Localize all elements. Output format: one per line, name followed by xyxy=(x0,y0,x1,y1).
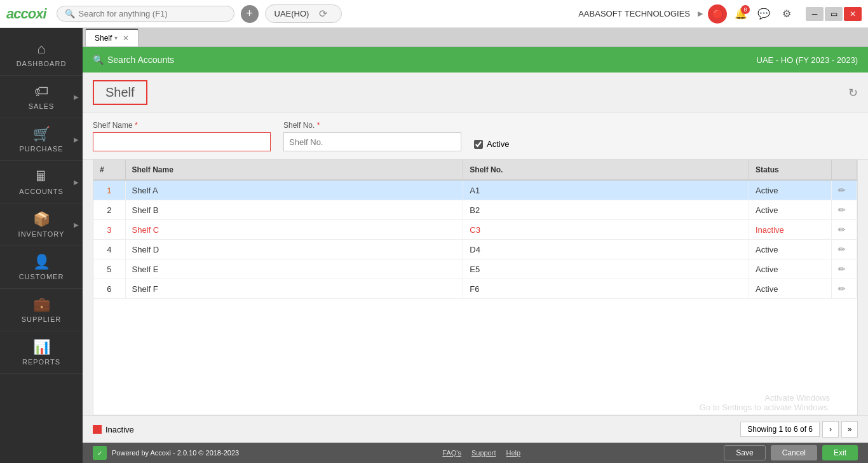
tab-shelf[interactable]: Shelf ▾ ✕ xyxy=(85,29,139,46)
minimize-button[interactable]: ─ xyxy=(806,7,824,21)
cell-num: 5 xyxy=(93,259,125,279)
supplier-icon: 💼 xyxy=(33,296,50,313)
sidebar-label-supplier: SUPPLIER xyxy=(22,315,61,323)
cell-edit[interactable]: ✏ xyxy=(832,259,857,279)
edit-icon[interactable]: ✏ xyxy=(838,244,846,254)
cell-edit[interactable]: ✏ xyxy=(832,240,857,259)
dashboard-icon: ⌂ xyxy=(37,41,45,57)
required-star2: * xyxy=(317,121,320,130)
sidebar-item-reports[interactable]: 📊 REPORTS xyxy=(0,331,83,374)
form-area: Shelf Name * Shelf No. * Active xyxy=(83,113,868,160)
cell-edit[interactable]: ✏ xyxy=(832,180,857,200)
add-button[interactable]: + xyxy=(241,5,259,23)
cell-name: Shelf C xyxy=(125,220,463,240)
support-link[interactable]: Support xyxy=(471,449,496,457)
sales-icon: 🏷 xyxy=(34,83,48,100)
search-input[interactable] xyxy=(79,9,219,18)
cancel-button[interactable]: Cancel xyxy=(771,445,817,460)
edit-icon[interactable]: ✏ xyxy=(838,264,846,274)
shelf-no-input[interactable] xyxy=(283,132,461,151)
footer-left: ✓ Powered by Accoxi - 2.0.10 © 2018-2023 xyxy=(93,446,239,460)
tab-bar: Shelf ▾ ✕ xyxy=(83,28,868,47)
notification-badge: 8 xyxy=(741,5,750,14)
sidebar-item-inventory[interactable]: 📦 INVENTORY ▶ xyxy=(0,204,83,246)
maximize-button[interactable]: ▭ xyxy=(825,7,843,21)
col-shelf-no: Shelf No. xyxy=(463,160,749,180)
settings-icon[interactable]: ⚙ xyxy=(778,5,796,23)
search-accounts[interactable]: 🔍 Search Accounts xyxy=(93,55,174,65)
sidebar-item-customer[interactable]: 👤 CUSTOMER xyxy=(0,246,83,289)
cell-shelf-no: A1 xyxy=(463,180,749,200)
table-row[interactable]: 1 Shelf A A1 Active ✏ xyxy=(93,180,857,200)
active-checkbox[interactable] xyxy=(474,140,483,149)
table-row[interactable]: 4 Shelf D D4 Active ✏ xyxy=(93,240,857,259)
refresh-branch-icon: ⟳ xyxy=(319,8,327,20)
close-button[interactable]: ✕ xyxy=(844,7,862,21)
edit-icon[interactable]: ✏ xyxy=(838,185,846,195)
cell-name: Shelf E xyxy=(125,259,463,279)
cell-name: Shelf A xyxy=(125,180,463,200)
notifications-icon[interactable]: 🔔 8 xyxy=(732,5,750,23)
edit-icon[interactable]: ✏ xyxy=(838,284,846,294)
table-row[interactable]: 2 Shelf B B2 Active ✏ xyxy=(93,200,857,220)
cell-status: Active xyxy=(749,180,832,200)
cell-status: Active xyxy=(749,279,832,299)
cell-edit[interactable]: ✏ xyxy=(832,279,857,299)
cell-num: 3 xyxy=(93,220,125,240)
tab-shelf-label: Shelf xyxy=(95,34,112,43)
tab-close-icon[interactable]: ✕ xyxy=(123,34,129,43)
table-row[interactable]: 3 Shelf C C3 Inactive ✏ xyxy=(93,220,857,240)
main-layout: ⌂ DASHBOARD 🏷 SALES ▶ 🛒 PURCHASE ▶ 🖩 ACC… xyxy=(0,28,868,463)
sidebar-item-purchase[interactable]: 🛒 PURCHASE ▶ xyxy=(0,118,83,161)
logo: accoxi xyxy=(6,6,46,22)
faq-link[interactable]: FAQ's xyxy=(442,449,461,457)
cell-shelf-no: E5 xyxy=(463,259,749,279)
sidebar-item-accounts[interactable]: 🖩 ACCOUNTS ▶ xyxy=(0,161,83,204)
col-status: Status xyxy=(749,160,832,180)
sidebar-label-accounts: ACCOUNTS xyxy=(19,188,64,195)
col-shelf-name: Shelf Name xyxy=(125,160,463,180)
sidebar-item-supplier[interactable]: 💼 SUPPLIER xyxy=(0,289,83,331)
pagination: Showing 1 to 6 of 6 › » xyxy=(740,421,858,438)
table-row[interactable]: 6 Shelf F F6 Active ✏ xyxy=(93,279,857,299)
last-page-button[interactable]: » xyxy=(841,421,858,438)
shelf-table: # Shelf Name Shelf No. Status 1 Shelf A … xyxy=(93,160,857,299)
cell-name: Shelf F xyxy=(125,279,463,299)
page-refresh-icon[interactable]: ↻ xyxy=(848,86,858,100)
cell-edit[interactable]: ✏ xyxy=(832,200,857,220)
exit-button[interactable]: Exit xyxy=(822,445,858,460)
footer-buttons: Save Cancel Exit xyxy=(724,445,858,460)
help-link[interactable]: Help xyxy=(506,449,520,457)
sidebar-item-dashboard[interactable]: ⌂ DASHBOARD xyxy=(0,33,83,76)
table-row[interactable]: 5 Shelf E E5 Active ✏ xyxy=(93,259,857,279)
search-bar[interactable]: 🔍 xyxy=(57,6,234,22)
cell-status: Inactive xyxy=(749,220,832,240)
company-name: AABASOFT TECHNOLOGIES xyxy=(578,9,690,18)
next-page-button[interactable]: › xyxy=(822,421,839,438)
search-icon: 🔍 xyxy=(65,9,75,18)
edit-icon[interactable]: ✏ xyxy=(838,225,846,235)
tab-pin-icon: ▾ xyxy=(114,34,118,41)
save-button[interactable]: Save xyxy=(724,445,765,460)
sidebar-label-dashboard: DASHBOARD xyxy=(17,60,67,67)
search-accounts-label: Search Accounts xyxy=(107,55,174,65)
cell-shelf-no: C3 xyxy=(463,220,749,240)
sales-arrow: ▶ xyxy=(74,93,79,100)
footer: ✓ Powered by Accoxi - 2.0.10 © 2018-2023… xyxy=(83,443,868,463)
search-accounts-icon: 🔍 xyxy=(93,55,104,65)
shelf-table-container: # Shelf Name Shelf No. Status 1 Shelf A … xyxy=(93,160,858,415)
sidebar-item-sales[interactable]: 🏷 SALES ▶ xyxy=(0,76,83,118)
shelf-name-input[interactable] xyxy=(93,132,271,151)
active-checkbox-group: Active xyxy=(474,139,509,149)
branch-selector[interactable]: UAE(HO) ⟳ xyxy=(265,4,342,23)
cell-edit[interactable]: ✏ xyxy=(832,220,857,240)
branch-label: UAE(HO) xyxy=(275,9,309,18)
messages-icon[interactable]: 💬 xyxy=(755,5,773,23)
edit-icon[interactable]: ✏ xyxy=(838,205,846,215)
powered-by: Powered by Accoxi - 2.0.10 © 2018-2023 xyxy=(112,449,239,457)
customer-icon: 👤 xyxy=(33,254,50,270)
inventory-icon: 📦 xyxy=(33,211,50,228)
content-area: Shelf ▾ ✕ 🔍 Search Accounts UAE - HO (FY… xyxy=(83,28,868,463)
inventory-arrow: ▶ xyxy=(74,221,79,228)
company-arrow: ▶ xyxy=(698,10,703,18)
